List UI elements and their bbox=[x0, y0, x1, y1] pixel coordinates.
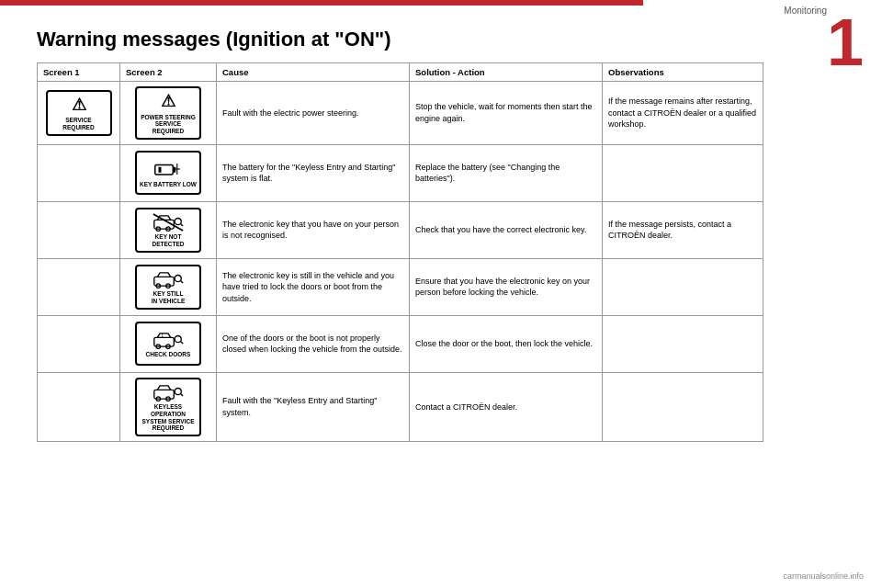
svg-rect-0 bbox=[155, 165, 174, 175]
table-row: CHECK DOORS One of the doors or the boot… bbox=[38, 315, 763, 372]
screen1-cell-3 bbox=[38, 201, 120, 258]
power-steering-icon: ⚠︎ POWER STEERINGSERVICE REQUIRED bbox=[135, 86, 201, 140]
alert-symbol: ⚠︎ bbox=[72, 96, 86, 116]
svg-point-14 bbox=[175, 276, 181, 282]
top-red-bar bbox=[0, 0, 643, 6]
cause-cell-2: The battery for the "Keyless Entry and S… bbox=[217, 144, 410, 201]
cause-cell-5: One of the doors or the boot is not prop… bbox=[217, 315, 410, 372]
screen2-cell-5: CHECK DOORS bbox=[120, 315, 217, 372]
key-still-in-vehicle-icon: KEY STILLIN VEHICLE bbox=[135, 265, 201, 310]
screen1-cell-6 bbox=[38, 372, 120, 441]
steering-alert-symbol: ⚠︎ bbox=[161, 92, 175, 112]
check-doors-svg bbox=[153, 331, 184, 349]
col-header-screen2: Screen 2 bbox=[120, 63, 217, 82]
table-row: KEY NOT DETECTED The electronic key that… bbox=[38, 201, 763, 258]
warning-table: Screen 1 Screen 2 Cause Solution - Actio… bbox=[37, 62, 763, 442]
cause-cell-3: The electronic key that you have on your… bbox=[217, 201, 410, 258]
screen2-cell-3: KEY NOT DETECTED bbox=[120, 201, 217, 258]
svg-line-15 bbox=[181, 281, 183, 283]
solution-cell-1: Stop the vehicle, wait for moments then … bbox=[410, 82, 603, 145]
solution-cell-3: Check that you have the correct electron… bbox=[410, 201, 603, 258]
keyless-svg bbox=[153, 383, 184, 401]
icon-label-check-doors: CHECK DOORS bbox=[146, 351, 191, 358]
section-label: Monitoring bbox=[784, 6, 827, 16]
col-header-screen1: Screen 1 bbox=[38, 63, 120, 82]
obs-cell-4 bbox=[603, 258, 763, 315]
icon-label-keyless: KEYLESS OPERATIONSYSTEM SERVICEREQUIRED bbox=[140, 403, 197, 432]
icon-label-key-not-detected: KEY NOT DETECTED bbox=[140, 233, 197, 248]
obs-cell-1: If the message remains after restarting,… bbox=[603, 82, 763, 145]
section-number: 1 bbox=[827, 9, 864, 75]
screen1-cell-2 bbox=[38, 144, 120, 201]
key-not-detected-svg bbox=[153, 213, 184, 232]
table-row: ⚠︎ SERVICE REQUIRED ⚠︎ POWER STEERINGSER… bbox=[38, 82, 763, 145]
icon-label-key-still: KEY STILLIN VEHICLE bbox=[152, 290, 185, 305]
svg-line-25 bbox=[181, 394, 183, 396]
key-not-detected-graphic bbox=[153, 213, 184, 232]
cause-cell-6: Fault with the "Keyless Entry and Starti… bbox=[217, 372, 410, 441]
screen1-cell-4 bbox=[38, 258, 120, 315]
icon-label-key-battery: KEY BATTERY LOW bbox=[140, 181, 197, 188]
solution-cell-5: Close the door or the boot, then lock th… bbox=[410, 315, 603, 372]
screen2-cell-6: KEYLESS OPERATIONSYSTEM SERVICEREQUIRED bbox=[120, 372, 217, 441]
cause-cell-4: The electronic key is still in the vehic… bbox=[217, 258, 410, 315]
col-header-observations: Observations bbox=[603, 63, 763, 82]
svg-point-24 bbox=[175, 389, 181, 395]
key-battery-svg bbox=[154, 159, 182, 179]
svg-rect-2 bbox=[159, 167, 162, 173]
table-row: KEY STILLIN VEHICLE The electronic key i… bbox=[38, 258, 763, 315]
screen2-cell-2: KEY BATTERY LOW bbox=[120, 144, 217, 201]
screen1-cell-1: ⚠︎ SERVICE REQUIRED bbox=[38, 82, 120, 145]
solution-cell-4: Ensure that you have the electronic key … bbox=[410, 258, 603, 315]
screen2-cell-4: KEY STILLIN VEHICLE bbox=[120, 258, 217, 315]
service-required-icon-1: ⚠︎ SERVICE REQUIRED bbox=[46, 90, 112, 136]
screen1-cell-5 bbox=[38, 315, 120, 372]
solution-cell-6: Contact a CITROËN dealer. bbox=[410, 372, 603, 441]
svg-rect-1 bbox=[173, 167, 175, 173]
table-row: KEY BATTERY LOW The battery for the "Key… bbox=[38, 144, 763, 201]
screen2-cell-1: ⚠︎ POWER STEERINGSERVICE REQUIRED bbox=[120, 82, 217, 145]
col-header-solution: Solution - Action bbox=[410, 63, 603, 82]
page-title: Warning messages (Ignition at "ON") bbox=[37, 28, 391, 51]
icon-label-power-steering: POWER STEERINGSERVICE REQUIRED bbox=[140, 114, 197, 135]
key-battery-low-icon: KEY BATTERY LOW bbox=[135, 151, 201, 195]
svg-point-19 bbox=[175, 336, 181, 343]
solution-cell-2: Replace the battery (see "Changing the b… bbox=[410, 144, 603, 201]
key-not-detected-icon: KEY NOT DETECTED bbox=[135, 208, 201, 253]
svg-line-20 bbox=[181, 342, 183, 344]
svg-line-9 bbox=[181, 224, 183, 226]
col-header-cause: Cause bbox=[217, 63, 410, 82]
cause-cell-1: Fault with the electric power steering. bbox=[217, 82, 410, 145]
obs-cell-3: If the message persists, contact a CITRO… bbox=[603, 201, 763, 258]
obs-cell-5 bbox=[603, 315, 763, 372]
check-doors-icon: CHECK DOORS bbox=[135, 322, 201, 366]
icon-label-service: SERVICE REQUIRED bbox=[51, 117, 107, 131]
key-in-vehicle-svg bbox=[153, 270, 184, 288]
svg-point-8 bbox=[175, 219, 181, 225]
obs-cell-6 bbox=[603, 372, 763, 441]
table-row: KEYLESS OPERATIONSYSTEM SERVICEREQUIRED … bbox=[38, 372, 763, 441]
obs-cell-2 bbox=[603, 144, 763, 201]
footer-website: carmanualsonline.info bbox=[783, 571, 864, 581]
keyless-operation-icon: KEYLESS OPERATIONSYSTEM SERVICEREQUIRED bbox=[135, 378, 201, 436]
